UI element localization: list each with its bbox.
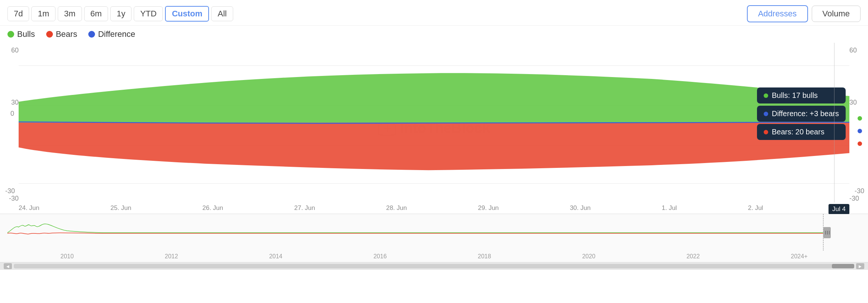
bears-indicator-dot [857, 141, 863, 147]
y-right-60: 60 [849, 47, 868, 54]
btn-6m[interactable]: 6m [84, 6, 108, 21]
scroll-bar: ◀ ▶ [0, 262, 868, 270]
scroll-right-button[interactable]: ▶ [856, 263, 864, 269]
btn-custom[interactable]: Custom [165, 6, 209, 22]
btn-addresses[interactable]: Addresses [747, 5, 808, 22]
x-label-8: 2. Jul [748, 204, 763, 212]
btn-all[interactable]: All [211, 6, 233, 21]
legend-bar: Bulls Bears Difference [0, 26, 868, 43]
x-label-1: 25. Jun [111, 204, 132, 212]
cursor-line [834, 43, 835, 202]
mini-chart-area: 2010 2012 2014 2016 2018 2020 2022 2024+ [0, 214, 868, 262]
x-label-4: 28. Jun [386, 204, 407, 212]
bulls-dot [7, 31, 14, 38]
mini-x-2022: 2022 [687, 253, 700, 260]
bears-label: Bears [56, 29, 77, 39]
diff-dot [88, 31, 95, 38]
scroll-track[interactable] [14, 264, 854, 268]
y-left-60: 60 [0, 47, 19, 54]
y-left-neg30: -30 [0, 195, 19, 202]
x-axis: 24. Jun 25. Jun 26. Jun 27. Jun 28. Jun … [19, 202, 849, 214]
tooltip-diff: Difference: +3 bears [757, 106, 846, 122]
scroll-thumb[interactable] [832, 264, 854, 268]
mini-x-axis: 2010 2012 2014 2016 2018 2020 2022 2024+ [0, 251, 868, 262]
btn-1y[interactable]: 1y [110, 6, 132, 21]
tooltip-bulls: Bulls: 17 bulls [757, 87, 846, 103]
tooltip-bulls-label: Bulls: 17 bulls [772, 91, 818, 100]
date-label-end: Jul 4 [829, 204, 849, 214]
y-right-30: 30 [849, 99, 868, 106]
mini-x-2014: 2014 [269, 253, 282, 260]
mini-x-2018: 2018 [478, 253, 491, 260]
diff-label: Difference [98, 29, 135, 39]
btn-ytd[interactable]: YTD [134, 6, 163, 21]
y-zero-label: 0 [10, 110, 14, 118]
time-buttons: 7d 1m 3m 6m 1y YTD Custom All [7, 6, 233, 22]
btn-3m[interactable]: 3m [58, 6, 82, 21]
tooltip-bulls-dot [764, 93, 768, 98]
chart-svg [19, 43, 849, 202]
x-label-0: 24. Jun [19, 204, 39, 212]
mini-x-2020: 2020 [582, 253, 596, 260]
top-bar: 7d 1m 3m 6m 1y YTD Custom All Addresses … [0, 0, 868, 26]
mini-chart-svg [0, 214, 868, 251]
legend-bulls: Bulls [7, 29, 35, 39]
legend-difference: Difference [88, 29, 135, 39]
x-label-5: 29. Jun [478, 204, 499, 212]
legend-bears: Bears [46, 29, 77, 39]
bulls-indicator-dot [857, 115, 863, 121]
tooltip-diff-dot [764, 112, 768, 116]
x-label-3: 27. Jun [294, 204, 315, 212]
main-chart-area: 60 30 -30 60 30 -30 IntoTheBlock [0, 43, 868, 214]
y-left-30: 30 [0, 99, 19, 106]
tooltip-diff-label: Difference: +3 bears [772, 109, 839, 118]
y-right-neg30: -30 [849, 195, 868, 202]
tooltip-bears-dot [764, 130, 768, 134]
indicator-dots [857, 115, 863, 147]
x-label-2: 26. Jun [202, 204, 223, 212]
diff-indicator-dot [857, 128, 863, 134]
tooltip-container: Bulls: 17 bulls Difference: +3 bears Bea… [757, 87, 846, 140]
y-neg30-label: -30 [5, 187, 15, 195]
btn-7d[interactable]: 7d [7, 6, 29, 21]
x-label-6: 30. Jun [570, 204, 591, 212]
mini-x-2010: 2010 [60, 253, 74, 260]
scroll-left-button[interactable]: ◀ [4, 263, 12, 269]
btn-1m[interactable]: 1m [31, 6, 56, 21]
bears-dot [46, 31, 53, 38]
x-label-7: 1. Jul [662, 204, 677, 212]
mini-x-2012: 2012 [165, 253, 178, 260]
y-right-neg30-val: -30 [855, 187, 864, 195]
mini-x-2016: 2016 [373, 253, 387, 260]
mini-x-2024: 2024+ [791, 253, 808, 260]
bulls-label: Bulls [17, 29, 35, 39]
tooltip-bears-label: Bears: 20 bears [772, 128, 824, 136]
tooltip-bears: Bears: 20 bears [757, 124, 846, 140]
btn-volume[interactable]: Volume [812, 6, 861, 22]
svg-rect-9 [823, 227, 831, 238]
mode-buttons: Addresses Volume [747, 5, 861, 22]
